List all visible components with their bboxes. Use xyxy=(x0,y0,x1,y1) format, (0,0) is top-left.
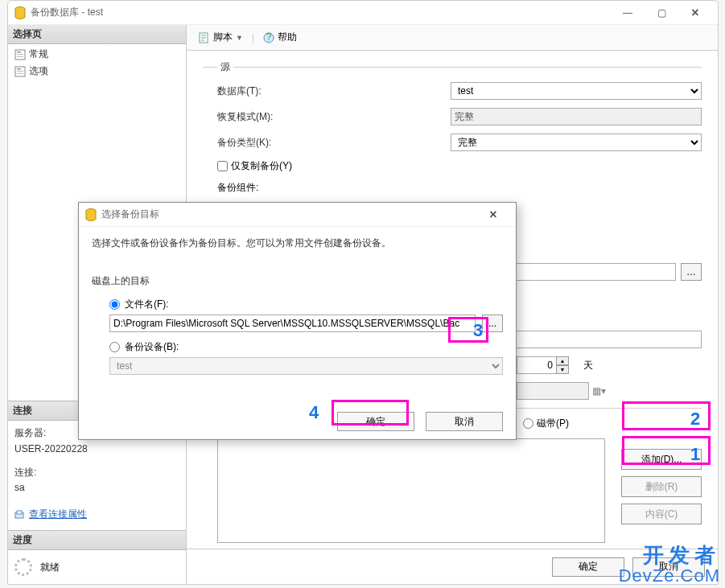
page-list: 常规 选项 xyxy=(8,44,186,81)
contents-button[interactable]: 内容(C) xyxy=(621,504,702,524)
page-icon xyxy=(14,49,26,60)
help-label: 帮助 xyxy=(278,31,297,44)
destination-list[interactable] xyxy=(217,438,605,543)
device-label: 备份设备(B): xyxy=(125,340,179,354)
device-select: test xyxy=(109,357,503,375)
sidebar-item-options[interactable]: 选项 xyxy=(11,63,183,80)
svg-rect-8 xyxy=(17,73,23,74)
dest-buttons: 添加(D)... 删除(R) 内容(C) xyxy=(621,449,702,524)
database-icon xyxy=(85,208,97,221)
recovery-field xyxy=(451,108,702,125)
progress-spinner-icon xyxy=(14,558,32,576)
source-group: 源 数据库(T): test 恢复模式(M): 备份类型(K): 完整 xyxy=(203,60,702,224)
type-select[interactable]: 完整 xyxy=(451,134,702,151)
on-date-field xyxy=(517,382,589,400)
svg-text:?: ? xyxy=(266,32,272,43)
svg-rect-3 xyxy=(17,54,23,55)
select-backup-destination-dialog: 选择备份目标 × 选择文件或备份设备作为备份目标。您可以为常用文件创建备份设备。… xyxy=(78,202,517,440)
modal-body: 选择文件或备份设备作为备份目标。您可以为常用文件创建备份设备。 磁盘上的目标 文… xyxy=(79,227,516,393)
browse-button[interactable]: ... xyxy=(482,315,503,332)
progress-header: 进度 xyxy=(8,531,186,550)
main-footer: 确定 取消 xyxy=(187,549,718,584)
database-label: 数据库(T): xyxy=(217,84,451,98)
chevron-down-icon: ▼ xyxy=(236,34,243,42)
sidebar-item-general[interactable]: 常规 xyxy=(11,46,183,63)
footer-cancel-button[interactable]: 取消 xyxy=(632,557,705,577)
window-controls: — ▢ × xyxy=(612,3,711,23)
spin-down[interactable]: ▼ xyxy=(556,365,569,374)
after-unit: 天 xyxy=(583,359,593,372)
view-connection-text: 查看连接属性 xyxy=(29,507,87,522)
modal-ok-button[interactable]: 确定 xyxy=(337,412,414,431)
database-icon xyxy=(14,6,26,19)
connection-icon xyxy=(14,509,26,520)
copy-only-label: 仅复制备份(Y) xyxy=(231,159,292,173)
add-button[interactable]: 添加(D)... xyxy=(621,449,702,470)
svg-rect-6 xyxy=(17,68,21,70)
filename-label: 文件名(F): xyxy=(125,298,169,311)
modal-titlebar: 选择备份目标 × xyxy=(79,203,516,227)
source-legend: 源 xyxy=(217,60,233,74)
sidebar-item-label: 常规 xyxy=(29,47,48,61)
filename-radio[interactable] xyxy=(109,299,120,310)
modal-close-button[interactable]: × xyxy=(477,205,509,224)
calendar-icon: ▦▾ xyxy=(592,385,606,397)
svg-rect-4 xyxy=(17,56,23,57)
footer-ok-button[interactable]: 确定 xyxy=(552,557,624,577)
script-label: 脚本 xyxy=(213,31,233,44)
script-button[interactable]: 脚本 ▼ xyxy=(193,27,249,47)
component-label: 备份组件: xyxy=(217,181,702,195)
filename-input[interactable] xyxy=(109,315,476,332)
progress-section: 进度 就绪 xyxy=(8,530,186,584)
main-titlebar: 备份数据库 - test — ▢ × xyxy=(8,1,718,25)
svg-rect-2 xyxy=(17,51,21,53)
dest-tape-label: 磁带(P) xyxy=(537,417,569,430)
server-value: USER-20220228 xyxy=(14,442,179,457)
modal-description: 选择文件或备份设备作为备份目标。您可以为常用文件创建备份设备。 xyxy=(92,236,503,250)
help-icon: ? xyxy=(263,32,274,43)
progress-status: 就绪 xyxy=(40,561,60,574)
select-page-header: 选择页 xyxy=(8,25,186,44)
help-button[interactable]: ? 帮助 xyxy=(257,27,303,47)
modal-cancel-button[interactable]: 取消 xyxy=(426,412,503,431)
remove-button[interactable]: 删除(R) xyxy=(621,476,702,497)
view-connection-link[interactable]: 查看连接属性 xyxy=(14,507,87,522)
copy-only-checkbox[interactable] xyxy=(217,161,228,171)
device-radio[interactable] xyxy=(109,342,120,352)
script-icon xyxy=(199,32,210,43)
type-label: 备份类型(K): xyxy=(217,136,451,150)
database-select[interactable]: test xyxy=(451,82,702,100)
spin-up[interactable]: ▲ xyxy=(556,356,569,365)
modal-title: 选择备份目标 xyxy=(101,208,477,221)
minimize-button[interactable]: — xyxy=(612,3,644,23)
maximize-button[interactable]: ▢ xyxy=(645,3,678,23)
window-title: 备份数据库 - test xyxy=(31,6,612,19)
modal-footer: 确定 取消 xyxy=(337,412,503,431)
recovery-label: 恢复模式(M): xyxy=(217,110,451,124)
after-days-spinner[interactable]: ▲▼ xyxy=(517,356,569,374)
page-icon xyxy=(14,66,26,77)
ellipsis-button[interactable]: … xyxy=(681,263,702,281)
toolbar: 脚本 ▼ | ? 帮助 xyxy=(187,25,718,51)
modal-section-label: 磁盘上的目标 xyxy=(92,274,503,288)
svg-rect-7 xyxy=(17,71,23,72)
dest-tape-radio[interactable] xyxy=(523,418,533,429)
close-button[interactable]: × xyxy=(679,3,711,23)
sidebar-item-label: 选项 xyxy=(29,64,48,78)
conn-label: 连接: xyxy=(14,465,179,480)
conn-value: sa xyxy=(14,480,179,495)
svg-rect-10 xyxy=(17,511,22,514)
after-days-input[interactable] xyxy=(517,356,557,374)
